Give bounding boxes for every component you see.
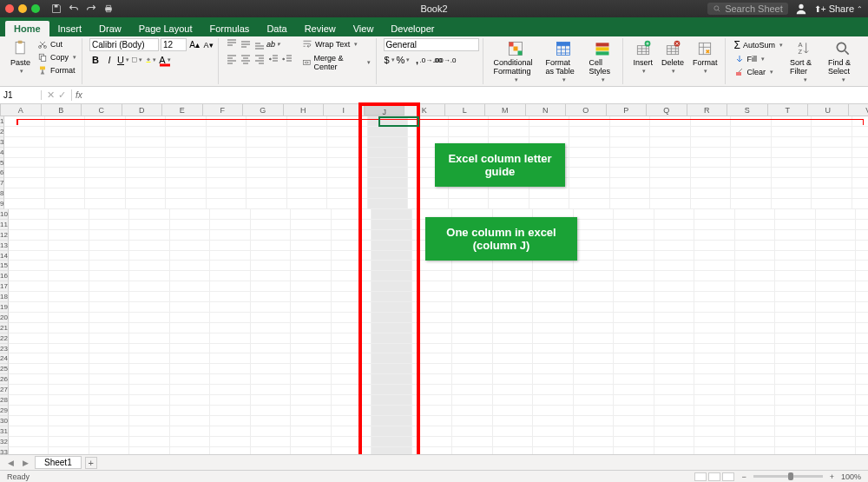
cell[interactable] bbox=[694, 406, 735, 416]
cell[interactable] bbox=[332, 323, 372, 333]
cell[interactable] bbox=[574, 426, 615, 437]
sheet-nav-prev[interactable]: ◀ bbox=[5, 459, 16, 467]
cell[interactable] bbox=[372, 395, 412, 406]
cell[interactable] bbox=[412, 292, 453, 302]
cell[interactable] bbox=[816, 437, 857, 447]
cell[interactable] bbox=[533, 271, 574, 281]
cell[interactable] bbox=[291, 313, 332, 323]
cell[interactable] bbox=[49, 292, 89, 302]
cell[interactable] bbox=[89, 241, 130, 251]
cell[interactable] bbox=[816, 395, 857, 406]
cell[interactable] bbox=[610, 127, 651, 137]
cell[interactable] bbox=[654, 437, 695, 447]
cell[interactable] bbox=[207, 199, 247, 209]
cell[interactable] bbox=[291, 323, 332, 333]
cell[interactable] bbox=[291, 292, 332, 302]
cell[interactable] bbox=[614, 344, 654, 354]
cell[interactable] bbox=[772, 188, 812, 199]
row-header[interactable]: 28 bbox=[0, 395, 9, 406]
cut-button[interactable]: Cut bbox=[36, 38, 78, 50]
format-as-table-button[interactable]: Format as Table bbox=[542, 38, 584, 85]
cell[interactable] bbox=[9, 292, 49, 302]
cell[interactable] bbox=[654, 416, 695, 426]
tab-draw[interactable]: Draw bbox=[90, 21, 130, 36]
cell[interactable] bbox=[654, 281, 695, 292]
cell[interactable] bbox=[654, 333, 695, 344]
cell[interactable] bbox=[529, 116, 570, 127]
paste-button[interactable]: Paste bbox=[7, 38, 34, 76]
cell[interactable] bbox=[452, 385, 493, 395]
cell[interactable] bbox=[49, 416, 89, 426]
column-header[interactable]: E bbox=[162, 104, 203, 116]
cell[interactable] bbox=[170, 406, 211, 416]
cell[interactable] bbox=[650, 178, 691, 188]
cell[interactable] bbox=[489, 199, 529, 209]
cell[interactable] bbox=[694, 261, 735, 271]
cell[interactable] bbox=[816, 323, 857, 333]
cell[interactable] bbox=[85, 158, 126, 168]
cell[interactable] bbox=[251, 333, 292, 344]
cell[interactable] bbox=[49, 241, 89, 251]
cell[interactable] bbox=[332, 406, 372, 416]
cell[interactable] bbox=[129, 416, 170, 426]
cell[interactable] bbox=[856, 313, 868, 323]
cell[interactable] bbox=[610, 158, 651, 168]
cell[interactable] bbox=[207, 137, 247, 148]
cell[interactable] bbox=[372, 344, 412, 354]
cell[interactable] bbox=[49, 230, 89, 241]
cell[interactable] bbox=[247, 158, 287, 168]
cell[interactable] bbox=[449, 188, 490, 199]
column-header[interactable]: P bbox=[607, 104, 648, 116]
cell[interactable] bbox=[170, 313, 211, 323]
cell[interactable] bbox=[129, 437, 170, 447]
cell[interactable] bbox=[654, 220, 695, 230]
cell[interactable] bbox=[775, 426, 816, 437]
cell[interactable] bbox=[574, 281, 615, 292]
cell[interactable] bbox=[489, 188, 529, 199]
cell[interactable] bbox=[654, 313, 695, 323]
cell[interactable] bbox=[574, 292, 615, 302]
cell[interactable] bbox=[49, 302, 89, 313]
cell[interactable] bbox=[533, 261, 574, 271]
cell[interactable] bbox=[852, 137, 868, 148]
cell[interactable] bbox=[614, 416, 654, 426]
row-header[interactable]: 17 bbox=[0, 281, 9, 292]
cell[interactable] bbox=[574, 313, 615, 323]
cell[interactable] bbox=[694, 374, 735, 385]
underline-button[interactable]: U bbox=[117, 54, 129, 66]
cell[interactable] bbox=[610, 116, 651, 127]
cell[interactable] bbox=[126, 158, 167, 168]
cell[interactable] bbox=[129, 323, 170, 333]
cell[interactable] bbox=[852, 158, 868, 168]
cell[interactable] bbox=[574, 416, 615, 426]
cell[interactable] bbox=[251, 353, 292, 364]
cell[interactable] bbox=[166, 116, 207, 127]
cell[interactable] bbox=[4, 116, 45, 127]
cell[interactable] bbox=[574, 374, 615, 385]
redo-icon[interactable] bbox=[85, 3, 97, 15]
cell[interactable] bbox=[291, 385, 332, 395]
cell[interactable] bbox=[9, 241, 49, 251]
cell[interactable] bbox=[210, 437, 251, 447]
cell[interactable] bbox=[412, 395, 453, 406]
cell[interactable] bbox=[614, 281, 654, 292]
cell[interactable] bbox=[207, 168, 247, 178]
cell[interactable] bbox=[694, 323, 735, 333]
cell[interactable] bbox=[49, 209, 89, 220]
cell[interactable] bbox=[852, 116, 868, 127]
cell[interactable] bbox=[614, 364, 654, 374]
cell[interactable] bbox=[170, 281, 211, 292]
cell[interactable] bbox=[49, 271, 89, 281]
cell[interactable] bbox=[170, 271, 211, 281]
cell[interactable] bbox=[287, 178, 328, 188]
cell[interactable] bbox=[775, 385, 816, 395]
cell[interactable] bbox=[372, 385, 412, 395]
cell[interactable] bbox=[210, 374, 251, 385]
cell[interactable] bbox=[852, 127, 868, 137]
cell[interactable] bbox=[210, 271, 251, 281]
cell[interactable] bbox=[574, 395, 615, 406]
cell[interactable] bbox=[247, 137, 287, 148]
save-icon[interactable] bbox=[50, 3, 62, 15]
cell[interactable] bbox=[731, 178, 772, 188]
cell[interactable] bbox=[129, 426, 170, 437]
